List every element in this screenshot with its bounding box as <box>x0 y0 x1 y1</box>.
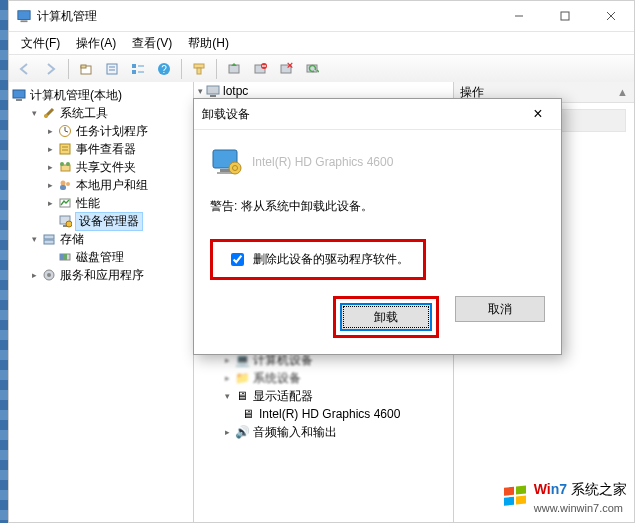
uninstall-device-dialog: 卸载设备 × Intel(R) HD Graphics 4600 警告: 将从系… <box>193 98 562 355</box>
tool-up[interactable] <box>74 58 98 80</box>
device-manager-icon <box>57 213 73 229</box>
menu-action[interactable]: 操作(A) <box>68 33 124 54</box>
collapse-icon[interactable]: ▲ <box>617 86 628 98</box>
svg-rect-1 <box>21 20 28 22</box>
dev-cat[interactable]: 系统设备 <box>253 370 301 387</box>
svg-rect-52 <box>207 86 219 94</box>
tree-label: 任务计划程序 <box>76 123 148 140</box>
svg-point-38 <box>61 181 66 186</box>
dev-cat-display[interactable]: 显示适配器 <box>253 388 313 405</box>
computer-icon <box>11 87 27 103</box>
tool-separator <box>68 59 69 79</box>
uninstall-button[interactable]: 卸载 <box>340 303 432 331</box>
chevron-down-icon: ▾ <box>27 108 41 118</box>
tool-back <box>13 58 37 80</box>
tree-system-tools[interactable]: ▾ 系统工具 <box>11 104 193 122</box>
svg-rect-17 <box>194 64 204 68</box>
tree-label: 计算机管理(本地) <box>30 87 122 104</box>
tool-help[interactable]: ? <box>152 58 176 80</box>
tool-separator <box>216 59 217 79</box>
svg-rect-48 <box>60 254 63 260</box>
tool-device-disable[interactable] <box>248 58 272 80</box>
titlebar: 计算机管理 <box>9 1 634 32</box>
minimize-button[interactable] <box>496 1 542 31</box>
svg-rect-8 <box>107 64 117 74</box>
services-icon <box>41 267 57 283</box>
svg-rect-59 <box>504 487 514 496</box>
svg-rect-27 <box>16 99 22 101</box>
tree-task-scheduler[interactable]: ▸ 任务计划程序 <box>11 122 193 140</box>
app-icon <box>17 9 31 23</box>
window-title: 计算机管理 <box>37 8 496 25</box>
chevron-right-icon: ▸ <box>43 144 57 154</box>
cancel-button[interactable]: 取消 <box>455 296 545 322</box>
close-button[interactable] <box>588 1 634 31</box>
dialog-warning: 警告: 将从系统中卸载此设备。 <box>210 198 545 215</box>
chevron-down-icon[interactable]: ▾ <box>220 391 234 401</box>
audio-icon: 🔊 <box>234 425 250 439</box>
svg-rect-18 <box>197 68 201 74</box>
chevron-right-icon: ▸ <box>43 126 57 136</box>
maximize-button[interactable] <box>542 1 588 31</box>
dev-gpu[interactable]: Intel(R) HD Graphics 4600 <box>259 407 400 421</box>
storage-icon <box>41 231 57 247</box>
tree-device-manager[interactable]: 设备管理器 <box>11 212 193 230</box>
tree-services-apps[interactable]: ▸ 服务和应用程序 <box>11 266 193 284</box>
delete-driver-checkbox-label[interactable]: 删除此设备的驱动程序软件。 <box>227 250 409 269</box>
tool-forward <box>39 58 63 80</box>
tree-label: 共享文件夹 <box>76 159 136 176</box>
menu-file[interactable]: 文件(F) <box>13 33 68 54</box>
tool-separator <box>181 59 182 79</box>
svg-point-51 <box>47 273 51 277</box>
tool-filter[interactable] <box>187 58 211 80</box>
watermark: Win7 系统之家 www.winwin7.com <box>502 481 627 515</box>
dialog-close-button[interactable]: × <box>523 104 553 124</box>
tree-shared-folders[interactable]: ▸ 共享文件夹 <box>11 158 193 176</box>
svg-text:×: × <box>287 62 293 71</box>
display-device-icon <box>210 146 242 178</box>
tree-performance[interactable]: ▸ 性能 <box>11 194 193 212</box>
watermark-brand-2: n7 <box>551 481 567 497</box>
tool-scan-hardware[interactable] <box>300 58 324 80</box>
tree-storage[interactable]: ▾ 存储 <box>11 230 193 248</box>
tree-event-viewer[interactable]: ▸ 事件查看器 <box>11 140 193 158</box>
tool-device-update[interactable] <box>222 58 246 80</box>
chevron-right-icon: ▸ <box>43 198 57 208</box>
gpu-icon: 🖥 <box>240 407 256 421</box>
event-icon <box>57 141 73 157</box>
delete-driver-highlight: 删除此设备的驱动程序软件。 <box>210 239 426 280</box>
share-icon <box>57 159 73 175</box>
toolbar: ? × <box>9 55 634 84</box>
menu-view[interactable]: 查看(V) <box>124 33 180 54</box>
dialog-title: 卸载设备 <box>202 106 523 123</box>
tree-disk-management[interactable]: 磁盘管理 <box>11 248 193 266</box>
uninstall-button-highlight: 卸载 <box>333 296 439 338</box>
tree-local-users[interactable]: ▸ 本地用户和组 <box>11 176 193 194</box>
tree-label: 设备管理器 <box>76 213 142 230</box>
svg-text:?: ? <box>161 64 167 75</box>
chevron-right-icon: ▸ <box>27 270 41 280</box>
svg-point-57 <box>229 162 241 174</box>
watermark-brand-1: Wi <box>534 481 551 497</box>
svg-point-44 <box>66 221 72 227</box>
tool-device-uninstall[interactable]: × <box>274 58 298 80</box>
svg-rect-32 <box>60 144 70 154</box>
tool-list[interactable] <box>126 58 150 80</box>
watermark-url: www.winwin7.com <box>534 502 623 514</box>
dev-cat-audio[interactable]: 音频输入和输出 <box>253 424 337 441</box>
tree-label: 服务和应用程序 <box>60 267 144 284</box>
menu-help[interactable]: 帮助(H) <box>180 33 237 54</box>
chevron-right-icon[interactable]: ▸ <box>220 427 234 437</box>
delete-driver-checkbox[interactable] <box>231 253 244 266</box>
checkbox-text: 删除此设备的驱动程序软件。 <box>253 251 409 268</box>
nav-tree-pane: 计算机管理(本地) ▾ 系统工具 ▸ 任务计划程序 ▸ <box>9 82 194 522</box>
svg-rect-46 <box>44 240 54 244</box>
tree-root[interactable]: 计算机管理(本地) <box>11 86 193 104</box>
tool-props[interactable] <box>100 58 124 80</box>
disk-icon <box>57 249 73 265</box>
computer-name: lotpc <box>223 84 248 98</box>
svg-point-28 <box>44 114 48 118</box>
svg-point-37 <box>66 162 70 166</box>
svg-rect-39 <box>60 185 66 190</box>
svg-point-36 <box>60 162 64 166</box>
